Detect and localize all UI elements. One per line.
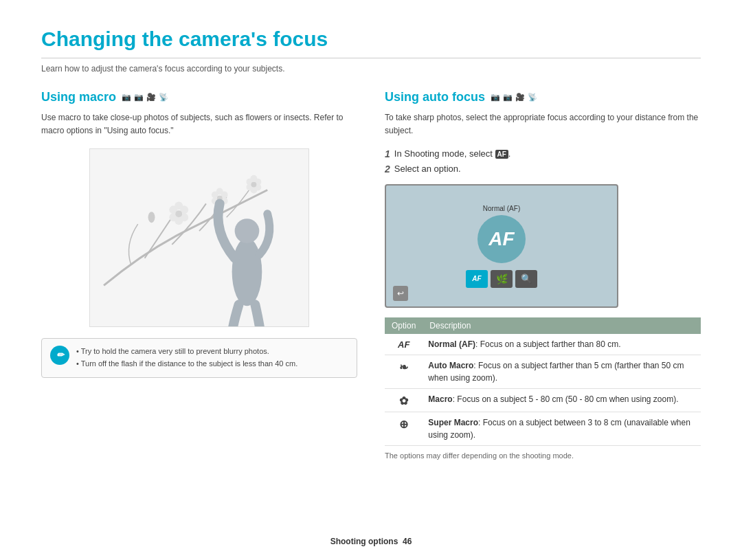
macro-illustration [89,148,309,327]
table-row: AFNormal (AF): Focus on a subject farthe… [385,334,701,355]
af-toolbar: AF 🌿 🔍 [466,270,537,288]
table-row: ✿Macro: Focus on a subject 5 - 80 cm (50… [385,389,701,412]
page-title: Changing the camera's focus [41,27,701,58]
camera-icon: 📷 [122,93,131,102]
af-circle-display: AF [477,215,526,263]
af-camera2-icon: 📷 [503,93,513,102]
step-2: 2 Select an option. [385,164,701,175]
step2-text: Select an option. [394,164,461,174]
focus-option-desc: Normal (AF): Focus on a subject farther … [423,334,701,355]
autofocus-desc: To take sharp photos, select the appropr… [385,111,701,137]
macro-icons: 📷 📷 🎥 📡 [122,93,168,102]
tip-box: ✏ • Try to hold the camera very still to… [41,338,357,377]
camera-preview-inner: Normal (AF) AF AF 🌿 🔍 ↩ [386,186,617,306]
step-1: 1 In Shooting mode, select AF. [385,148,701,159]
footer-page: 46 [403,537,412,546]
col-option: Option [385,317,423,334]
af-wifi-icon: 📡 [528,93,537,102]
svg-point-22 [251,182,256,188]
footer: Shooting options 46 [0,537,742,546]
table-header-row: Option Description [385,317,701,334]
page-subtitle: Learn how to adjust the camera's focus a… [41,64,701,74]
tip-icon: ✏ [50,346,69,365]
tip-content: • Try to hold the camera very still to p… [76,346,297,370]
af-video-icon: 🎥 [515,93,525,102]
focus-option-icon: AF [385,334,423,355]
svg-point-7 [175,211,182,218]
steps-list: 1 In Shooting mode, select AF. 2 Select … [385,148,701,175]
focus-option-desc: Super Macro: Focus on a subject between … [423,412,701,446]
camera2-icon: 📷 [134,93,144,102]
autofocus-section: Using auto focus 📷 📷 🎥 📡 To take sharp p… [385,90,701,460]
col-desc: Description [423,317,701,334]
tip-line1: • Try to hold the camera very still to p… [76,346,297,358]
autofocus-title: Using auto focus 📷 📷 🎥 📡 [385,90,701,104]
svg-point-15 [148,212,155,223]
svg-rect-0 [90,149,308,326]
svg-point-24 [235,219,260,244]
svg-point-23 [232,238,262,306]
focus-option-icon: ⊕ [385,412,423,446]
autofocus-icons: 📷 📷 🎥 📡 [491,93,537,102]
camera-preview: Normal (AF) AF AF 🌿 🔍 ↩ [385,184,618,308]
wifi-icon: 📡 [159,93,168,102]
table-row: ❧Auto Macro: Focus on a subject farther … [385,355,701,389]
back-button[interactable]: ↩ [393,286,408,301]
normal-af-label: Normal (AF) [483,205,520,212]
page: Changing the camera's focus Learn how to… [0,0,742,560]
focus-option-icon: ❧ [385,355,423,389]
step1-text: In Shooting mode, select AF. [394,148,511,159]
tip-line2: • Turn off the flash if the distance to … [76,358,297,370]
macro-title: Using macro 📷 📷 🎥 📡 [41,90,357,104]
focus-option-desc: Auto Macro: Focus on a subject farther t… [423,355,701,389]
af-normal-btn[interactable]: AF [466,270,488,288]
focus-option-desc: Macro: Focus on a subject 5 - 80 cm (50 … [423,389,701,412]
af-supermacro-btn[interactable]: 🔍 [515,270,537,288]
macro-section: Using macro 📷 📷 🎥 📡 Use macro to take cl… [41,90,357,460]
focus-option-icon: ✿ [385,389,423,412]
footer-text: Shooting options [330,537,398,546]
macro-desc: Use macro to take close-up photos of sub… [41,111,357,137]
af-camera-icon: 📷 [491,93,500,102]
two-column-layout: Using macro 📷 📷 🎥 📡 Use macro to take cl… [41,90,701,460]
af-badge: AF [495,150,508,159]
table-row: ⊕Super Macro: Focus on a subject between… [385,412,701,446]
focus-options-table: Option Description AFNormal (AF): Focus … [385,317,701,446]
af-automacro-btn[interactable]: 🌿 [491,270,513,288]
table-note: The options may differ depending on the … [385,451,701,460]
video-icon: 🎥 [146,93,156,102]
